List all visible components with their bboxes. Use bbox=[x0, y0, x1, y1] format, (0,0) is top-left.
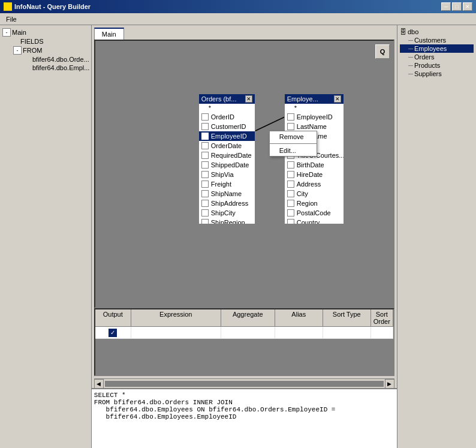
employees-field-hiredate[interactable]: HireDate bbox=[285, 170, 344, 179]
db-connector-employees bbox=[408, 49, 413, 49]
orders-field-shippeddate[interactable]: ShippedDate bbox=[199, 160, 255, 170]
orders-checkbox-shipname[interactable] bbox=[201, 190, 209, 197]
orders-checkbox-shipregion[interactable] bbox=[201, 219, 209, 224]
context-menu-edit[interactable]: Edit... bbox=[270, 145, 317, 156]
db-table-employees[interactable]: Employees bbox=[400, 44, 474, 53]
grid-cell-alias-0[interactable] bbox=[275, 327, 323, 338]
orders-checkbox-shipaddress[interactable] bbox=[201, 200, 209, 207]
orders-field-shipname[interactable]: ShipName bbox=[199, 189, 255, 199]
query-canvas: Q Orders (bf... ✕ * OrderID CustomerID bbox=[94, 40, 394, 308]
employees-checkbox-city[interactable] bbox=[287, 190, 294, 197]
db-table-orders[interactable]: Orders bbox=[400, 53, 474, 61]
orders-field-requireddate[interactable]: RequiredDate bbox=[199, 151, 255, 160]
employees-table-title[interactable]: Employe... ✕ bbox=[285, 94, 344, 104]
db-table-employees-label: Employees bbox=[414, 45, 447, 52]
grid-cell-sortorder-0[interactable] bbox=[371, 327, 393, 338]
employees-field-city[interactable]: City bbox=[285, 189, 344, 199]
orders-field-shipaddress[interactable]: ShipAddress bbox=[199, 199, 255, 208]
context-menu-remove[interactable]: Remove bbox=[270, 131, 317, 142]
center-area: Main Q Orders (bf... ✕ * bbox=[92, 25, 397, 448]
tree-node-from[interactable]: - FROM bbox=[2, 46, 89, 55]
employees-field-region[interactable]: Region bbox=[285, 199, 344, 208]
employees-field-birthdate[interactable]: BirthDate bbox=[285, 160, 344, 170]
tree-node-fields[interactable]: FIELDS bbox=[2, 37, 89, 46]
employees-checkbox-address[interactable] bbox=[287, 181, 294, 188]
grid-area: Output Expression Aggregate Alias Sort T… bbox=[94, 308, 394, 376]
grid-cell-output-0[interactable]: ✓ bbox=[95, 327, 131, 338]
tree-label-table2: bfifer64.dbo.Empl... bbox=[32, 64, 89, 71]
employees-table-close[interactable]: ✕ bbox=[334, 95, 341, 103]
output-checked-icon: ✓ bbox=[109, 329, 117, 337]
db-table-suppliers[interactable]: Suppliers bbox=[400, 70, 474, 78]
grid-col-aggregate: Aggregate bbox=[221, 309, 275, 326]
app-icon bbox=[4, 2, 12, 11]
orders-field-orderdate[interactable]: OrderDate bbox=[199, 141, 255, 151]
orders-field-shipregion[interactable]: ShipRegion bbox=[199, 218, 255, 224]
employees-field-employeeid[interactable]: EmployeeID bbox=[285, 112, 344, 122]
employees-checkbox-employeeid[interactable] bbox=[287, 113, 294, 121]
grid-cell-expression-0[interactable] bbox=[131, 327, 221, 338]
orders-checkbox-freight[interactable] bbox=[201, 181, 209, 188]
tree-toggle-main[interactable]: - bbox=[2, 28, 11, 37]
scroll-right-btn[interactable]: ▶ bbox=[385, 379, 394, 389]
db-table-suppliers-label: Suppliers bbox=[414, 70, 442, 77]
grid-cell-sorttype-0[interactable] bbox=[323, 327, 371, 338]
orders-field-customerid[interactable]: CustomerID bbox=[199, 122, 255, 131]
tree-node-table2[interactable]: bfifer64.dbo.Empl... bbox=[2, 64, 89, 72]
orders-table-title[interactable]: Orders (bf... ✕ bbox=[199, 94, 255, 104]
employees-field-country[interactable]: Country bbox=[285, 218, 344, 224]
title-bar-text: InfoNaut - Query Builder bbox=[4, 2, 91, 11]
employees-field-address[interactable]: Address bbox=[285, 179, 344, 189]
orders-field-freight[interactable]: Freight bbox=[199, 179, 255, 189]
grid-col-sorttype: Sort Type bbox=[323, 309, 371, 326]
orders-field-orderid[interactable]: OrderID bbox=[199, 112, 255, 122]
db-connector-orders bbox=[408, 57, 413, 58]
grid-cell-aggregate-0[interactable] bbox=[221, 327, 275, 338]
orders-checkbox-customerid[interactable] bbox=[201, 123, 209, 130]
grid-col-sortorder: Sort Order bbox=[371, 309, 393, 326]
employees-table-window: Employe... ✕ * EmployeeID LastName bbox=[284, 94, 344, 224]
orders-checkbox-employeeid[interactable] bbox=[201, 133, 209, 140]
menu-file[interactable]: File bbox=[2, 14, 20, 24]
tree-node-main[interactable]: - Main bbox=[2, 28, 89, 37]
scroll-track[interactable] bbox=[105, 381, 384, 387]
maximize-button[interactable]: □ bbox=[452, 2, 462, 11]
orders-field-shipvia[interactable]: ShipVia bbox=[199, 170, 255, 179]
orders-checkbox-orderid[interactable] bbox=[201, 113, 209, 121]
tree-label-table1: bfifer64.dbo.Orde... bbox=[32, 56, 89, 63]
employees-checkbox-birthdate[interactable] bbox=[287, 161, 294, 169]
app-body: - Main FIELDS - FROM bfifer64.dbo.Orde..… bbox=[0, 25, 476, 448]
tree-toggle-from[interactable]: - bbox=[13, 46, 22, 55]
orders-table-close[interactable]: ✕ bbox=[245, 95, 252, 103]
close-button[interactable]: ✕ bbox=[463, 2, 472, 11]
orders-checkbox-shipcity[interactable] bbox=[201, 209, 209, 217]
employees-checkbox-lastname[interactable] bbox=[287, 123, 294, 130]
sql-area[interactable]: SELECT * FROM bfifer64.dbo.Orders INNER … bbox=[92, 388, 397, 448]
minimize-button[interactable]: ─ bbox=[441, 2, 451, 11]
employees-field-postalcode[interactable]: PostalCode bbox=[285, 208, 344, 218]
tab-main[interactable]: Main bbox=[94, 28, 124, 40]
orders-checkbox-requireddate[interactable] bbox=[201, 152, 209, 159]
context-menu-separator bbox=[270, 143, 317, 144]
employees-checkbox-hiredate[interactable] bbox=[287, 171, 294, 178]
db-table-customers[interactable]: Customers bbox=[400, 36, 474, 44]
orders-checkbox-shippeddate[interactable] bbox=[201, 161, 209, 169]
tree-label-fields: FIELDS bbox=[20, 38, 44, 45]
orders-checkbox-shipvia[interactable] bbox=[201, 171, 209, 178]
orders-checkbox-orderdate[interactable] bbox=[201, 142, 209, 149]
title-bar-buttons: ─ □ ✕ bbox=[441, 2, 472, 11]
employees-field-lastname[interactable]: LastName bbox=[285, 122, 344, 131]
employees-checkbox-region[interactable] bbox=[287, 200, 294, 207]
db-table-products[interactable]: Products bbox=[400, 61, 474, 70]
tree-node-table1[interactable]: bfifer64.dbo.Orde... bbox=[2, 55, 89, 64]
employees-checkbox-country[interactable] bbox=[287, 219, 294, 224]
scroll-left-btn[interactable]: ◀ bbox=[94, 379, 104, 389]
tree-label-from: FROM bbox=[23, 47, 42, 54]
db-table-customers-label: Customers bbox=[414, 37, 446, 44]
db-label: dbo bbox=[408, 28, 418, 35]
run-button[interactable]: Q bbox=[375, 44, 390, 59]
employees-checkbox-postalcode[interactable] bbox=[287, 209, 294, 217]
orders-field-employeeid[interactable]: EmployeeID bbox=[199, 131, 255, 141]
orders-field-shipcity[interactable]: ShipCity bbox=[199, 208, 255, 218]
db-icon: 🗄 bbox=[400, 28, 406, 35]
